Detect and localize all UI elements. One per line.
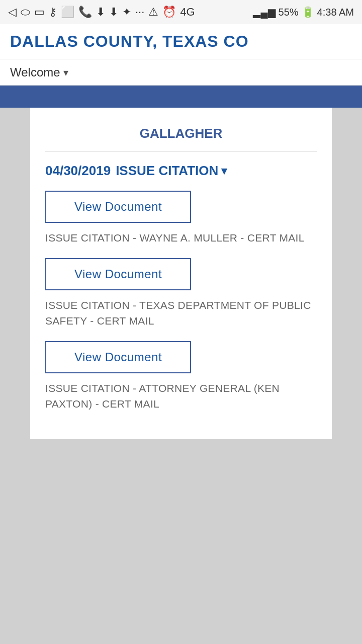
signal-bars: ▂▄▆: [253, 6, 275, 18]
document-block-2: View Document ISSUE CITATION - TEXAS DEP…: [45, 258, 317, 329]
alert-icon: ⚠: [148, 6, 158, 19]
view-document-button-1[interactable]: View Document: [45, 191, 191, 223]
event-date: 04/30/2019: [45, 163, 111, 179]
welcome-label: Welcome: [10, 65, 60, 79]
case-card: GALLAGHER 04/30/2019 ISSUE CITATION ▾ Vi…: [30, 108, 332, 439]
view-document-button-2[interactable]: View Document: [45, 258, 191, 290]
compass-icon: ✦: [122, 6, 131, 19]
time-display: 4:38 AM: [317, 7, 354, 18]
messenger-icon: ⬭: [21, 6, 30, 19]
blue-divider-bar: [0, 86, 362, 108]
battery-icon: 🔋: [302, 6, 314, 18]
app-title: DALLAS COUNTY, TEXAS CO: [10, 32, 249, 51]
location-icon: ◁: [8, 6, 17, 19]
event-type: ISSUE CITATION ▾: [116, 163, 227, 179]
doc-description-2: ISSUE CITATION - TEXAS DEPARTMENT OF PUB…: [45, 297, 317, 329]
app-header: DALLAS COUNTY, TEXAS CO: [0, 24, 362, 59]
event-header-row: 04/30/2019 ISSUE CITATION ▾: [45, 163, 317, 179]
key-icon: ⚷: [49, 6, 57, 19]
clock-icon: ⏰: [162, 6, 176, 19]
document-block-3: View Document ISSUE CITATION - ATTORNEY …: [45, 341, 317, 412]
event-type-dropdown-icon[interactable]: ▾: [221, 165, 227, 178]
event-type-label: ISSUE CITATION: [116, 163, 218, 179]
status-left-icons: ◁ ⬭ ▭ ⚷ ⬜ 📞 ⬇ ⬇ ✦ ··· ⚠ ⏰ 4G: [8, 6, 195, 19]
files-icon: ▭: [34, 6, 45, 19]
welcome-chevron-icon: ▾: [63, 66, 68, 78]
network-label: 4G: [180, 6, 195, 19]
image-icon: ⬜: [61, 6, 74, 19]
status-bar: ◁ ⬭ ▭ ⚷ ⬜ 📞 ⬇ ⬇ ✦ ··· ⚠ ⏰ 4G ▂▄▆ 55% 🔋 4…: [0, 0, 362, 24]
download2-icon: ⬇: [109, 6, 118, 19]
nav-bar: Welcome ▾: [0, 59, 362, 86]
content-area: GALLAGHER 04/30/2019 ISSUE CITATION ▾ Vi…: [0, 108, 362, 644]
battery-pct: 55%: [279, 7, 299, 18]
document-block-1: View Document ISSUE CITATION - WAYNE A. …: [45, 191, 317, 246]
doc-description-1: ISSUE CITATION - WAYNE A. MULLER - CERT …: [45, 230, 317, 246]
doc-description-3: ISSUE CITATION - ATTORNEY GENERAL (KEN P…: [45, 380, 317, 412]
case-party-name: GALLAGHER: [45, 118, 317, 152]
view-document-button-3[interactable]: View Document: [45, 341, 191, 373]
welcome-dropdown-button[interactable]: Welcome ▾: [10, 65, 68, 79]
download-icon: ⬇: [96, 6, 105, 19]
more-icon: ···: [135, 6, 144, 19]
phone-icon: 📞: [78, 6, 92, 19]
status-right-icons: ▂▄▆ 55% 🔋 4:38 AM: [253, 6, 354, 18]
